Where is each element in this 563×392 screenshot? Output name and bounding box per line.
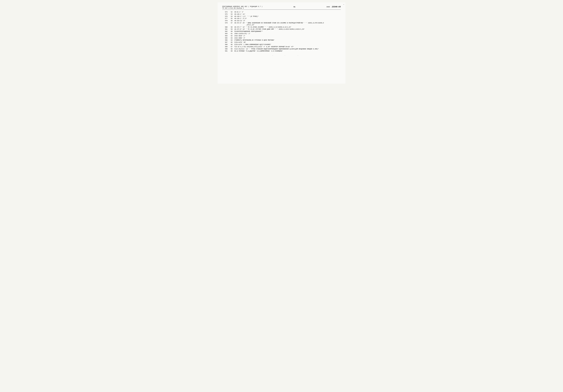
row-id: 591 bbox=[222, 50, 229, 52]
table-row: 5805848-472-7' 12' ' ТО <Е,СЕЧЕН.4Х4∂ММ2… bbox=[222, 26, 341, 28]
row-num: 57 bbox=[229, 22, 234, 26]
row-text: С151=1∂76' 30* bbox=[234, 41, 341, 44]
table-row: 5815948-472-8' 2∂' ' ТО >Е,ИЗ <РУГЛОР СТ… bbox=[222, 28, 341, 30]
row-id: 590 bbox=[222, 48, 229, 50]
row-text: 48-153-21' 8* bbox=[234, 20, 341, 22]
doc-info: 3885 23346-03 bbox=[326, 6, 341, 8]
page-container: – ПРОГРАММНАЯ КОМПЛЕКС АВС-ЭЕС ( РЕДАКЦИ… bbox=[218, 2, 345, 84]
row-text: С151=1∂76' 1 ЛИНА АЛЮМИНИЕВАЯ АД31Т=5Х48… bbox=[234, 44, 341, 46]
main-table: 5745248-61-1' 1*5755348-146-1' 11*576544… bbox=[222, 11, 341, 52]
row-num: 59 bbox=[229, 28, 234, 30]
row-num: 64 bbox=[229, 39, 234, 41]
row-id: 584 bbox=[222, 35, 229, 37]
row-num: 53 bbox=[229, 13, 234, 15]
row-num: 56 bbox=[229, 20, 234, 22]
row-text: 48-472-7' 12' ' ТО <Е,СЕЧЕН.4Х4∂ММ2' ' '… bbox=[234, 26, 341, 28]
row-text: 48-146-1' 11* bbox=[234, 13, 341, 15]
row-num: 55 bbox=[229, 18, 234, 20]
row-num: 65 bbox=[229, 41, 234, 44]
row-id: 576 bbox=[222, 15, 229, 18]
row-num: 68 bbox=[229, 48, 234, 50]
dash-decoration: – bbox=[343, 3, 344, 5]
row-text: Т15-10 4,2 П11-∂43(Н9∂1,072)(#131' 4' 0,… bbox=[234, 46, 341, 48]
row-text: 2432-3818' 1* bbox=[234, 35, 341, 37]
row-text: 48-145-1' 17,5* bbox=[234, 18, 341, 20]
table-row: 584622432-3818' 1* bbox=[222, 35, 341, 37]
header-program-info: ПРОГРАММНАЯ КОМПЛЕКС АВС-ЭЕС ( РЕДАКЦИЯ … bbox=[222, 6, 263, 9]
row-id: 581 bbox=[222, 28, 229, 30]
row-text: П2#ЭКСПЛУАТАЦИОННОЕ ОБОРУДОВАНИЕ** bbox=[234, 30, 341, 33]
table-row: 58967Т15-10 4,2 П11-∂43(Н9∂1,072)(#131' … bbox=[222, 46, 341, 48]
row-id: 588 bbox=[222, 44, 229, 46]
table-row: 5775548-145-1' 17,5* bbox=[222, 18, 341, 20]
row-text: 48-472-8' 2∂' ' ТО >Е,ИЗ <РУГЛОР СТАЛИ Д… bbox=[234, 28, 341, 30]
doc-number: 23346-03 bbox=[332, 6, 341, 8]
subtitle-line: ТП 407-3-512.88 Альбом 4 bbox=[222, 7, 263, 9]
row-text: 48-149-1' 1,5' ' * (В ТРУБЕ)* bbox=[234, 15, 341, 18]
row-text: 1503-11∂231=14)' 1* bbox=[234, 33, 341, 35]
row-num: 66 bbox=[229, 44, 234, 46]
page-header: ПРОГРАММНАЯ КОМПЛЕКС АВС-ЭЕС ( РЕДАКЦИЯ … bbox=[222, 6, 341, 9]
row-id: 575 bbox=[222, 13, 229, 15]
table-row: 59169КЕ,В,ТЕПЛОВА' Р,В,ДИДУРИК' Н,Б,ШИММ… bbox=[222, 50, 341, 52]
row-id: 582 bbox=[222, 30, 229, 33]
table-row: 59068С113-44(#13)' 12' ' ТРУБА СТАЛЬНАЯ … bbox=[222, 48, 341, 50]
row-id: 580 bbox=[222, 26, 229, 28]
row-id: 585 bbox=[222, 37, 229, 39]
table-row: 58866С151=1∂76' 1 ЛИНА АЛЮМИНИЕВАЯ АД31Т… bbox=[222, 44, 341, 46]
row-id: 577 bbox=[222, 18, 229, 20]
row-id: 589 bbox=[222, 46, 229, 48]
table-row: 5745248-61-1' 1* bbox=[222, 11, 341, 13]
row-num: 54 bbox=[229, 15, 234, 18]
row-num: 58 bbox=[229, 26, 234, 28]
row-num: 69 bbox=[229, 50, 234, 52]
row-num: 62 bbox=[229, 35, 234, 37]
table-row: 585632432-3066' 3* bbox=[222, 37, 341, 39]
row-num: 61 bbox=[229, 33, 234, 35]
row-text: СТОИМОСТЬ МАТЕРИАЛОВ,НЕ УЧТЕННЫХ В ЦЕНЕ … bbox=[234, 39, 341, 41]
row-id: 578 bbox=[222, 20, 229, 22]
table-row: 5755348-146-1' 11* bbox=[222, 13, 341, 15]
table-row: 5765448-149-1' 1,5' ' * (В ТРУБЕ)* bbox=[222, 15, 341, 18]
doc-code: 3885 bbox=[326, 6, 330, 8]
row-text: 48-61-1' 1* bbox=[234, 11, 341, 13]
row-text: КЕ,В,ТЕПЛОВА' Р,В,ДИДУРИК' Н,Б,ШИММЕРИМО… bbox=[234, 50, 341, 52]
row-id: 583 bbox=[222, 33, 229, 35]
table-row: 58765С151=1∂76' 30* bbox=[222, 41, 341, 44]
row-num: 60 bbox=[229, 30, 234, 33]
row-num: 67 bbox=[229, 46, 234, 48]
table-row: 58260П2#ЭКСПЛУАТАЦИОННОЕ ОБОРУДОВАНИЕ** bbox=[222, 30, 341, 33]
page-number: 61 bbox=[294, 6, 295, 8]
program-line: ПРОГРАММНАЯ КОМПЛЕКС АВС-ЭЕС ( РЕДАКЦИЯ … bbox=[222, 6, 263, 7]
row-id: 579 bbox=[222, 22, 229, 26]
table-row: 5795748-472-6' 25' ' ВИНЫ ЗАЗЕМЛЕНИЯ ИЗ … bbox=[222, 22, 341, 26]
table-row: 58664СТОИМОСТЬ МАТЕРИАЛОВ,НЕ УЧТЕННЫХ В … bbox=[222, 39, 341, 41]
row-num: 52 bbox=[229, 11, 234, 13]
row-text: 2432-3066' 3* bbox=[234, 37, 341, 39]
row-id: 574 bbox=[222, 11, 229, 13]
row-id: 587 bbox=[222, 41, 229, 44]
row-text: С113-44(#13)' 12' ' ТРУБА СТАЛЬНАЯ ВОДОГ… bbox=[234, 48, 341, 50]
footer-note: . . . bbox=[222, 55, 341, 56]
table-row: 5785648-153-21' 8* bbox=[222, 20, 341, 22]
row-id: 586 bbox=[222, 39, 229, 41]
row-num: 63 bbox=[229, 37, 234, 39]
row-text: 48-472-6' 25' ' ВИНЫ ЗАЗЕМЛЕНИЯ ИЗ ПОЛОС… bbox=[234, 22, 341, 26]
table-row: 583611503-11∂231=14)' 1* bbox=[222, 33, 341, 35]
